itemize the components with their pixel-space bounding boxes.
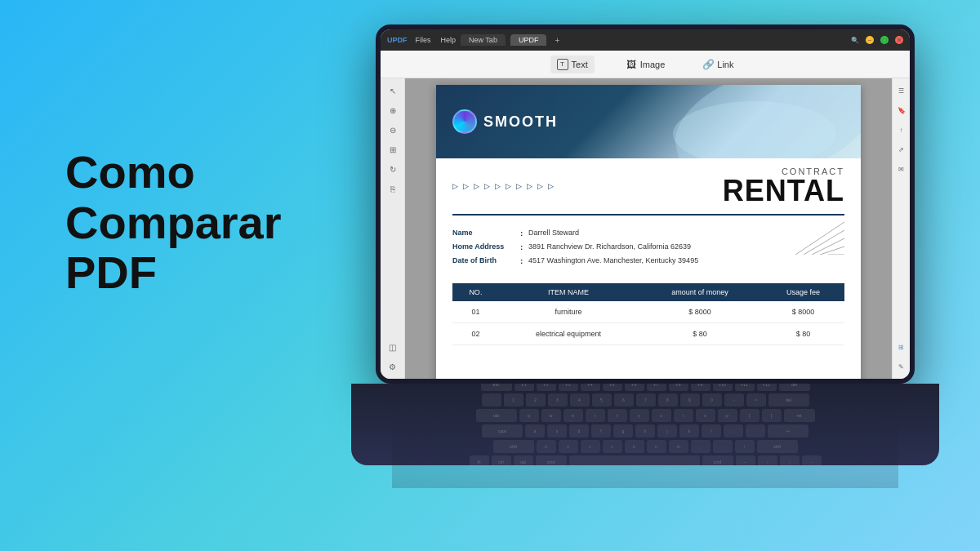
arrow-4: ▷: [484, 182, 490, 190]
search-icon[interactable]: 🔍: [851, 37, 859, 44]
device-bezel: UPDF Files Help New Tab UPDF + 🔍 − □ ✕: [376, 24, 915, 384]
settings-icon[interactable]: ⚙: [385, 359, 400, 374]
zoom-out-icon[interactable]: ⊖: [385, 122, 400, 137]
rotate-icon[interactable]: ↻: [385, 162, 400, 176]
page-view-icon[interactable]: ◫: [385, 340, 400, 354]
share-icon[interactable]: ⇗: [894, 142, 909, 157]
dob-field: Date of Birth ： 4517 Washington Ave. Man…: [452, 256, 844, 267]
extract-icon[interactable]: ⎘: [385, 181, 400, 196]
address-value: 3891 Ranchview Dr. Richardson, Californi…: [528, 242, 691, 251]
screen: UPDF Files Help New Tab UPDF + 🔍 − □ ✕: [381, 29, 910, 379]
left-sidebar: ↖ ⊕ ⊖ ⊞ ↻ ⎘ ◫ ⚙: [381, 78, 405, 379]
menu-files[interactable]: Files: [416, 36, 431, 44]
pdf-viewer: SMOOTH ▷ ▷ ▷ ▷ ▷ ▷: [405, 78, 892, 379]
toolbar: T Text 🖼 Image 🔗 Link: [381, 51, 910, 78]
image-icon: 🖼: [626, 59, 637, 70]
row1-amount: $ 8000: [638, 301, 762, 323]
arrows-row: ▷ ▷ ▷ ▷ ▷ ▷ ▷ ▷ ▷ ▷: [452, 182, 644, 190]
main-area: ↖ ⊕ ⊖ ⊞ ↻ ⎘ ◫ ⚙: [381, 78, 910, 379]
pdf-fields: Name ： Darrell Steward Home Address ： 38…: [436, 222, 861, 277]
table-row: 01 furniture $ 8000 $ 8000: [452, 301, 844, 323]
diagonal-lines-decoration: [795, 222, 844, 255]
device-reflection: [392, 390, 898, 488]
pdf-table: NO. ITEM NAME amount of money Usage fee …: [452, 283, 844, 345]
pdf-header: SMOOTH: [436, 85, 861, 158]
minimize-button[interactable]: −: [866, 36, 874, 44]
tab-newtab[interactable]: New Tab: [461, 34, 506, 46]
hero-line2: Comparar: [65, 197, 282, 248]
name-field: Name ： Darrell Steward: [452, 229, 844, 239]
tab-updf[interactable]: UPDF: [510, 34, 547, 46]
window-controls: 🔍 − □ ✕: [851, 36, 903, 44]
app-logo: UPDF: [387, 36, 408, 44]
left-hero-text: Como Comparar PDF: [65, 147, 282, 298]
row2-no: 02: [452, 323, 499, 345]
arrow-2: ▷: [463, 182, 469, 190]
svg-line-3: [820, 247, 844, 255]
properties-icon[interactable]: ☰: [894, 83, 909, 98]
menu-help[interactable]: Help: [441, 36, 457, 44]
contract-big-text: RENTAL: [653, 176, 844, 206]
dob-label: Date of Birth: [452, 256, 518, 264]
address-field: Home Address ： 3891 Ranchview Dr. Richar…: [452, 242, 844, 253]
name-label: Name: [452, 229, 518, 237]
close-button[interactable]: ✕: [895, 36, 903, 44]
name-value: Darrell Steward: [528, 229, 579, 237]
pdf-page: SMOOTH ▷ ▷ ▷ ▷ ▷ ▷: [436, 85, 861, 379]
text-icon: T: [557, 59, 568, 70]
link-tool-button[interactable]: 🔗 Link: [696, 56, 740, 73]
export-icon[interactable]: ↑: [894, 122, 909, 137]
contract-title-section: ▷ ▷ ▷ ▷ ▷ ▷ ▷ ▷ ▷ ▷: [436, 158, 861, 214]
col-fee: Usage fee: [762, 283, 844, 301]
image-label: Image: [640, 60, 666, 69]
email-icon[interactable]: ✉: [894, 162, 909, 176]
table-row: 02 electrical equipment $ 80 $ 80: [452, 323, 844, 345]
text-label: Text: [572, 60, 588, 69]
address-label: Home Address: [452, 242, 518, 251]
logo-circle-icon: [452, 109, 477, 134]
arrow-9: ▷: [537, 182, 543, 190]
arrow-8: ▷: [527, 182, 532, 190]
fit-page-icon[interactable]: ⊞: [385, 142, 400, 157]
hero-line3: PDF: [65, 247, 157, 298]
logo-text: SMOOTH: [483, 113, 558, 131]
contract-divider: [452, 214, 844, 216]
dob-value: 4517 Washington Ave. Manchester, Kentuck…: [528, 256, 698, 264]
arrow-5: ▷: [495, 182, 501, 190]
link-icon: 🔗: [702, 59, 714, 70]
pdf-logo: SMOOTH: [452, 109, 558, 134]
row2-amount: $ 80: [638, 323, 762, 345]
col-no: NO.: [452, 283, 499, 301]
compare-icon[interactable]: ⊞: [894, 340, 909, 354]
hero-line1: Como: [65, 146, 195, 198]
bookmark-icon[interactable]: 🔖: [894, 103, 909, 118]
col-item: ITEM NAME: [499, 283, 638, 301]
text-tool-button[interactable]: T Text: [550, 56, 595, 73]
image-tool-button[interactable]: 🖼 Image: [619, 56, 672, 73]
arrow-10: ▷: [548, 182, 554, 190]
right-sidebar: ☰ 🔖 ↑ ⇗ ✉ ⊞ ✎: [892, 78, 910, 379]
svg-line-1: [804, 230, 844, 255]
device-mockup: UPDF Files Help New Tab UPDF + 🔍 − □ ✕: [376, 24, 931, 482]
contract-heading: CONTRACT RENTAL: [653, 167, 844, 206]
link-label: Link: [717, 60, 733, 69]
row1-fee: $ 8000: [762, 301, 844, 323]
maximize-button[interactable]: □: [880, 36, 889, 44]
row2-fee: $ 80: [762, 323, 844, 345]
row1-no: 01: [452, 301, 499, 323]
menu-bar: Files Help: [416, 36, 457, 44]
arrow-6: ▷: [506, 182, 511, 190]
row1-item: furniture: [499, 301, 638, 323]
arrow-1: ▷: [452, 182, 458, 190]
arrow-3: ▷: [474, 182, 479, 190]
zoom-in-icon[interactable]: ⊕: [385, 103, 400, 118]
arrow-7: ▷: [516, 182, 522, 190]
col-amount: amount of money: [638, 283, 762, 301]
sign-icon[interactable]: ✎: [894, 359, 909, 374]
cursor-icon[interactable]: ↖: [385, 83, 400, 98]
row2-item: electrical equipment: [499, 323, 638, 345]
svg-line-0: [795, 222, 844, 255]
tab-add[interactable]: +: [555, 36, 559, 45]
title-bar: UPDF Files Help New Tab UPDF + 🔍 − □ ✕: [381, 29, 910, 51]
